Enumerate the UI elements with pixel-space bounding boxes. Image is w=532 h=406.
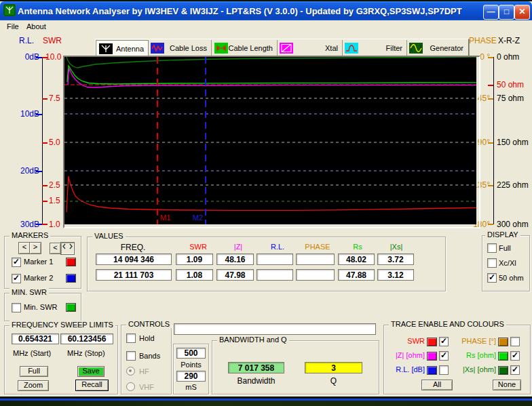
menu-file[interactable]: File [3, 22, 22, 34]
display-xcxl-checkbox[interactable] [487, 258, 497, 268]
marker-track-icon [62, 243, 73, 250]
marker1-checkbox[interactable] [12, 258, 21, 267]
sweep-recall-button[interactable]: Recall [75, 380, 109, 391]
trace-swr-checkbox[interactable] [439, 337, 449, 346]
markers-panel: MARKERS < > < Marker 1 Marker 2 [4, 236, 81, 289]
q-value[interactable] [305, 362, 362, 373]
sweep-full-button[interactable]: Full [20, 366, 48, 377]
points-input[interactable] [176, 348, 206, 359]
marker-track-button[interactable] [60, 242, 75, 255]
phase-tick [488, 224, 493, 225]
swr-tick [42, 142, 48, 144]
trace-all-button[interactable]: All [421, 380, 453, 390]
rl-header: R.L. [264, 243, 291, 251]
trace-swr-swatch[interactable] [427, 338, 437, 346]
rl-value-row2[interactable] [256, 269, 293, 281]
hold-checkbox[interactable] [126, 333, 136, 343]
min-swr-checkbox[interactable] [12, 303, 21, 312]
tab-filter[interactable]: Filter [342, 40, 407, 56]
window-title: Antenna Network Analyser by IW3HEV & IW3… [18, 6, 462, 16]
trace-phase-swatch[interactable] [498, 338, 508, 346]
swr-tick [42, 201, 48, 202]
svg-text:M1: M1 [160, 214, 170, 222]
marker1-label: Marker 1 [24, 258, 53, 266]
rl-value-row1[interactable] [256, 253, 293, 265]
freq-value-row1[interactable] [96, 253, 172, 265]
swr-tick-label: 1.0 [49, 220, 60, 229]
trace-rs-swatch[interactable] [498, 352, 508, 361]
sweep-save-button[interactable]: Save [77, 366, 104, 377]
hf-radio[interactable] [126, 367, 135, 375]
controls-panel-title: CONTROLS [126, 320, 172, 328]
marker2-label: Marker 2 [24, 274, 53, 282]
trace-none-button[interactable]: None [493, 380, 521, 390]
marker1-color-swatch[interactable] [66, 258, 76, 266]
rs-value-row2[interactable] [338, 269, 375, 281]
trace-rl-swatch[interactable] [427, 366, 437, 375]
display-full-checkbox[interactable] [487, 243, 497, 253]
close-button[interactable]: ✕ [514, 5, 530, 20]
trace-xs-checkbox[interactable] [510, 365, 520, 375]
sweep-stop-label: MHz (Stop) [67, 349, 105, 357]
display-50ohm-checkbox[interactable] [487, 273, 497, 283]
trace-z-swatch[interactable] [427, 352, 437, 361]
tab-xtal[interactable]: Xtal [277, 40, 343, 56]
sweep-start-input[interactable] [12, 333, 59, 344]
chart-canvas[interactable]: M1M2 [64, 57, 476, 224]
display-xcxl-label: Xc/Xl [499, 259, 516, 267]
interval-input[interactable] [176, 371, 206, 382]
vhf-label: VHF [139, 383, 154, 391]
trace-xs-swatch[interactable] [498, 366, 508, 375]
phase-tick [488, 57, 493, 58]
z-value-row1[interactable] [216, 253, 254, 265]
vhf-radio[interactable] [126, 382, 135, 391]
min-swr-color-swatch[interactable] [66, 303, 76, 312]
db-tick [36, 114, 42, 115]
swr-tick [42, 57, 48, 58]
tab-label: Xtal [325, 44, 338, 52]
sweep-stop-input[interactable] [60, 333, 113, 344]
phase-value-row2[interactable] [296, 269, 335, 281]
sweep-limits-title: FREQUENCY SWEEP LIMITS [10, 321, 115, 329]
trace-swr-label: SWR [384, 337, 425, 345]
swr-tick-label: 7.5 [49, 94, 60, 103]
trace-z-checkbox[interactable] [439, 351, 449, 361]
bands-label: Bands [139, 352, 160, 360]
min-swr-panel: MIN. SWR Min. SWR [4, 293, 81, 321]
tab-antenna[interactable]: Antenna [96, 40, 149, 56]
trace-phase-checkbox[interactable] [510, 337, 520, 346]
z-value-row2[interactable] [216, 269, 254, 281]
ohm-tick-label: 300 ohm [497, 220, 529, 229]
menu-about[interactable]: About [23, 22, 50, 34]
marker2-checkbox[interactable] [12, 274, 21, 283]
maximize-button[interactable]: □ [499, 5, 514, 20]
swr-value-row2[interactable] [176, 269, 213, 281]
minimize-button[interactable]: — [483, 5, 499, 20]
bands-checkbox[interactable] [126, 351, 136, 361]
tab-cable-length[interactable]: Cable Length [212, 40, 278, 56]
tab-cable-loss[interactable]: Cable Loss [148, 40, 212, 56]
marker-next-button[interactable]: > [29, 242, 41, 254]
sweep-zoom-button[interactable]: Zoom [18, 380, 49, 391]
sweep-start-label: MHz (Start) [13, 349, 51, 357]
swr-tick [42, 224, 48, 225]
xs-value-row1[interactable] [377, 253, 414, 265]
trace-rs-checkbox[interactable] [510, 351, 520, 361]
title-bar[interactable]: Antenna Network Analyser by IW3HEV & IW3… [0, 1, 532, 20]
swr-value-row1[interactable] [176, 253, 213, 265]
bandwidth-value[interactable] [228, 362, 284, 373]
command-input[interactable] [174, 323, 376, 335]
trace-rl-checkbox[interactable] [439, 365, 449, 375]
marker-back-button[interactable]: < [50, 243, 61, 254]
phase-value-row1[interactable] [296, 253, 335, 265]
markers-panel-title: MARKERS [10, 231, 50, 239]
trace-xs-label: |Xs| [ohm] [455, 365, 496, 373]
hf-label: HF [139, 367, 149, 375]
rs-value-row1[interactable] [338, 253, 375, 265]
xs-value-row2[interactable] [377, 269, 414, 281]
marker2-color-swatch[interactable] [66, 274, 76, 283]
freq-header: FREQ. [115, 243, 151, 252]
min-swr-panel-title: MIN. SWR [10, 288, 49, 296]
tab-generator[interactable]: Generator [406, 40, 468, 56]
freq-value-row2[interactable] [96, 269, 172, 281]
